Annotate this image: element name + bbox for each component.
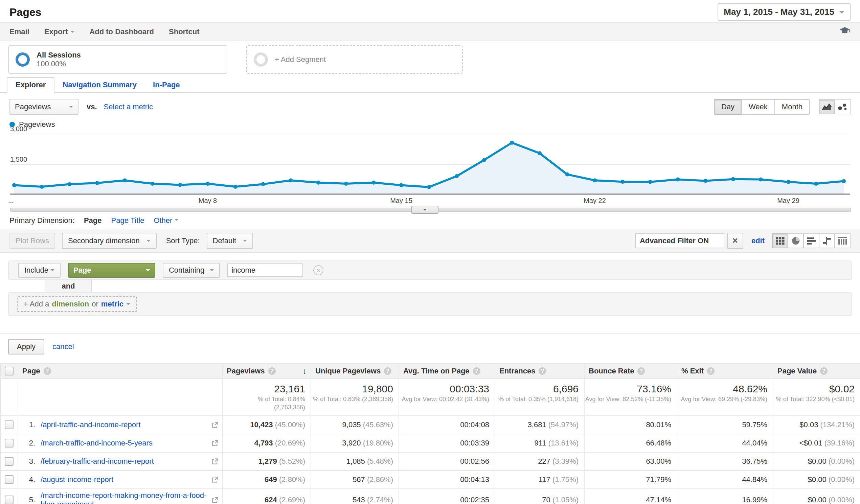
help-icon[interactable]: ? bbox=[44, 368, 51, 375]
export-button[interactable]: Export bbox=[44, 27, 75, 36]
x-axis-tick: May 22 bbox=[584, 197, 606, 205]
tab-explorer[interactable]: Explorer bbox=[7, 77, 55, 93]
help-icon[interactable]: ? bbox=[820, 368, 828, 375]
cell-avg-time: 00:04:13 bbox=[399, 471, 495, 489]
metric-selector-dropdown[interactable]: Pageviews bbox=[10, 99, 78, 115]
page-link[interactable]: /march-income-report-making-money-from-a… bbox=[41, 491, 208, 504]
match-type-dropdown[interactable]: Containing bbox=[163, 263, 220, 278]
external-link-icon[interactable] bbox=[208, 440, 218, 446]
filter-value-input[interactable] bbox=[227, 263, 303, 277]
line-chart-icon[interactable] bbox=[819, 99, 835, 114]
add-dimension-or-metric-button[interactable]: + Add a dimension or metric bbox=[17, 296, 137, 312]
help-icon[interactable]: ? bbox=[473, 368, 481, 375]
shortcut-button[interactable]: Shortcut bbox=[169, 27, 199, 36]
external-link-icon[interactable] bbox=[208, 496, 218, 503]
column-header-unique_pageviews[interactable]: Unique Pageviews? bbox=[311, 364, 399, 378]
explorer-controls: Pageviews vs. Select a metric DayWeekMon… bbox=[0, 99, 860, 115]
x-axis-tick: May 29 bbox=[777, 197, 800, 205]
motion-chart-icon[interactable] bbox=[834, 99, 850, 114]
row-checkbox[interactable] bbox=[5, 457, 14, 466]
add-to-dashboard-button[interactable]: Add to Dashboard bbox=[89, 27, 154, 36]
segment-percent: 100.00% bbox=[37, 59, 81, 68]
column-header-bounce_rate[interactable]: Bounce Rate? bbox=[584, 364, 677, 378]
table-toolbar: Plot Rows Secondary dimension Sort Type:… bbox=[0, 229, 860, 253]
table-row: 3./february-traffic-and-income-report1,2… bbox=[0, 452, 860, 471]
remove-filter-button[interactable]: ✕ bbox=[727, 233, 743, 249]
external-link-icon[interactable] bbox=[208, 476, 218, 483]
tab-in-page[interactable]: In-Page bbox=[145, 78, 188, 92]
page-link[interactable]: /august-income-report bbox=[41, 475, 113, 484]
sort-desc-icon[interactable]: ↓ bbox=[302, 368, 306, 375]
plot-rows-button[interactable]: Plot Rows bbox=[10, 233, 55, 249]
table-view-icon[interactable] bbox=[772, 233, 788, 248]
select-all-checkbox[interactable] bbox=[5, 367, 14, 375]
external-link-icon[interactable] bbox=[208, 421, 218, 428]
row-checkbox[interactable] bbox=[5, 420, 14, 429]
help-icon[interactable]: ? bbox=[384, 368, 391, 375]
select-metric-link[interactable]: Select a metric bbox=[104, 102, 153, 111]
page-link[interactable]: /march-traffic-and-income-5-years bbox=[41, 439, 153, 447]
percentage-view-icon[interactable] bbox=[788, 233, 804, 248]
cell-entrances: 3,681 (54.97%) bbox=[495, 416, 584, 434]
education-icon[interactable] bbox=[839, 26, 850, 37]
x-axis-tick: May 15 bbox=[390, 197, 412, 205]
cell-pct-exit: 59.75% bbox=[677, 416, 773, 434]
performance-view-icon[interactable] bbox=[803, 233, 819, 248]
chevron-down-icon bbox=[126, 303, 130, 307]
column-header-page_value[interactable]: Page Value? bbox=[773, 364, 860, 378]
help-icon[interactable]: ? bbox=[539, 368, 546, 375]
dimension-page-title[interactable]: Page Title bbox=[111, 216, 144, 225]
column-header-avg_time[interactable]: Avg. Time on Page? bbox=[399, 364, 495, 378]
granularity-week[interactable]: Week bbox=[741, 99, 775, 115]
filter-field-dropdown[interactable]: Page bbox=[68, 263, 155, 278]
apply-button[interactable]: Apply bbox=[8, 339, 44, 355]
row-checkbox[interactable] bbox=[5, 495, 14, 504]
dimension-other[interactable]: Other bbox=[154, 216, 178, 225]
page-link[interactable]: /april-traffic-and-income-report bbox=[41, 420, 140, 429]
advanced-filter-indicator: Advanced Filter ON bbox=[635, 233, 724, 248]
cell-entrances: 117 (1.75%) bbox=[495, 471, 584, 489]
total-avg_time: 00:03:33Avg for View: 00:02:42 (31.43%) bbox=[399, 378, 495, 416]
chart-type-toggle bbox=[819, 99, 850, 114]
analytics-pages-report: Pages May 1, 2015 - May 31, 2015 Email E… bbox=[0, 0, 860, 504]
segments-bar: All Sessions 100.00% + Add Segment bbox=[0, 41, 860, 78]
help-icon[interactable]: ? bbox=[707, 368, 715, 375]
row-checkbox[interactable] bbox=[5, 475, 14, 484]
edit-filter-link[interactable]: edit bbox=[751, 236, 764, 245]
sort-type-dropdown[interactable]: Default bbox=[207, 233, 254, 249]
column-header-pageviews[interactable]: Pageviews?↓ bbox=[222, 364, 311, 378]
comparison-view-icon[interactable] bbox=[819, 233, 835, 248]
cell-page-value: $0.00 (0.00%) bbox=[773, 471, 860, 489]
row-rank: 4. bbox=[19, 475, 41, 484]
help-icon[interactable]: ? bbox=[268, 368, 276, 375]
tab-navigation-summary[interactable]: Navigation Summary bbox=[55, 78, 145, 92]
filter-and-connector: and bbox=[45, 280, 92, 292]
table-row: 5./march-income-report-making-money-from… bbox=[0, 489, 860, 504]
external-link-icon[interactable] bbox=[208, 458, 218, 465]
column-header-pct_exit[interactable]: % Exit? bbox=[677, 364, 773, 378]
row-checkbox[interactable] bbox=[5, 439, 14, 447]
help-icon[interactable]: ? bbox=[637, 368, 645, 375]
date-range-selector[interactable]: May 1, 2015 - May 31, 2015 bbox=[718, 3, 850, 20]
clear-rule-icon[interactable]: ✕ bbox=[313, 265, 324, 275]
chart-plot-area[interactable] bbox=[0, 130, 860, 200]
pivot-view-icon[interactable] bbox=[834, 233, 850, 248]
cell-pageviews: 624 (2.69%) bbox=[222, 489, 311, 504]
vs-label: vs. bbox=[87, 102, 97, 111]
chevron-down-icon bbox=[51, 269, 55, 273]
secondary-dimension-dropdown[interactable]: Secondary dimension bbox=[62, 233, 157, 249]
cancel-link[interactable]: cancel bbox=[53, 342, 74, 351]
granularity-day[interactable]: Day bbox=[714, 99, 742, 115]
column-header-entrances[interactable]: Entrances? bbox=[495, 364, 584, 378]
cell-pageviews: 10,423 (45.00%) bbox=[222, 416, 311, 434]
add-segment-button[interactable]: + Add Segment bbox=[246, 45, 463, 74]
column-header-page[interactable]: Page? bbox=[18, 364, 222, 378]
segment-all-sessions[interactable]: All Sessions 100.00% bbox=[8, 45, 227, 74]
dimension-page[interactable]: Page bbox=[84, 216, 102, 225]
cell-avg-time: 00:02:35 bbox=[399, 489, 495, 504]
email-button[interactable]: Email bbox=[10, 27, 29, 36]
include-exclude-dropdown[interactable]: Include bbox=[18, 263, 60, 278]
granularity-month[interactable]: Month bbox=[774, 99, 810, 115]
timeline-scrollbar-handle[interactable] bbox=[411, 206, 439, 214]
page-link[interactable]: /february-traffic-and-income-report bbox=[41, 457, 154, 466]
